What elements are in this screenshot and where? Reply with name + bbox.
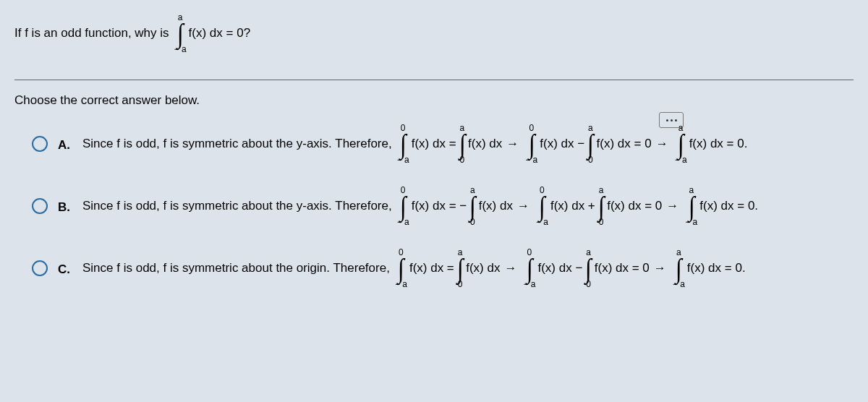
integral-sign-icon: ∫: [400, 132, 407, 155]
integral-sign-icon: ∫: [469, 194, 476, 218]
integral-sign-icon: ∫: [587, 132, 594, 155]
dot-icon: [666, 119, 668, 121]
option-a-body: Since f is odd, f is symmetric about the…: [82, 124, 747, 164]
arrow-icon: →: [654, 261, 666, 275]
radio-c[interactable]: [32, 260, 48, 276]
option-c-equation: 0∫− a f(x) dx = a∫0 f(x) dx → 0∫− a f(x)…: [393, 248, 746, 288]
integral-symbol: a ∫ − a: [174, 13, 187, 54]
option-b-text: Since f is odd, f is symmetric about the…: [82, 199, 392, 213]
option-a-label: A.: [58, 138, 72, 153]
option-a-text: Since f is odd, f is symmetric about the…: [82, 137, 392, 151]
option-c: C. Since f is odd, f is symmetric about …: [32, 248, 854, 288]
answer-prompt: Choose the correct answer below.: [14, 93, 854, 108]
integral-sign-icon: ∫: [177, 22, 184, 45]
integral-sign-icon: ∫: [585, 257, 592, 280]
radio-a[interactable]: [32, 136, 48, 152]
integral-sign-icon: ∫: [676, 257, 682, 280]
integral-sign-icon: ∫: [528, 132, 535, 155]
integral-sign-icon: ∫: [688, 194, 694, 218]
option-c-text: Since f is odd, f is symmetric about the…: [82, 261, 390, 275]
separator: [14, 80, 854, 80]
question-lead: If f is an odd function, why is: [14, 26, 169, 40]
integral-sign-icon: ∫: [598, 194, 605, 218]
integral-sign-icon: ∫: [527, 257, 533, 280]
option-a-equation: 0∫− a f(x) dx = a∫0 f(x) dx → 0∫− a f(x)…: [395, 124, 748, 164]
arrow-icon: →: [506, 137, 519, 151]
arrow-icon: →: [517, 199, 529, 213]
arrow-icon: →: [666, 199, 678, 213]
dot-icon: [675, 119, 677, 121]
question-stem: If f is an odd function, why is a ∫ − a …: [14, 13, 854, 54]
dot-icon: [671, 119, 673, 121]
options-group: A. Since f is odd, f is symmetric about …: [14, 124, 854, 288]
arrow-icon: →: [656, 137, 668, 151]
option-b-body: Since f is odd, f is symmetric about the…: [82, 186, 758, 226]
option-b: B. Since f is odd, f is symmetric about …: [32, 186, 854, 226]
integral-sign-icon: ∫: [398, 257, 404, 280]
option-a: A. Since f is odd, f is symmetric about …: [32, 124, 854, 164]
integral-sign-icon: ∫: [459, 132, 465, 155]
integral-sign-icon: ∫: [400, 194, 407, 218]
integral-sign-icon: ∫: [457, 257, 464, 280]
integral-sign-icon: ∫: [678, 132, 684, 155]
option-c-body: Since f is odd, f is symmetric about the…: [82, 248, 746, 288]
question-page: If f is an odd function, why is a ∫ − a …: [0, 0, 868, 402]
option-b-label: B.: [58, 200, 72, 215]
integral-sign-icon: ∫: [539, 194, 545, 218]
option-b-equation: 0∫− a f(x) dx = − a∫0 f(x) dx → 0∫− a f(…: [395, 186, 758, 226]
option-c-label: C.: [58, 262, 72, 277]
question-integrand: f(x) dx = 0?: [189, 26, 251, 40]
radio-b[interactable]: [32, 198, 48, 214]
arrow-icon: →: [504, 261, 516, 275]
